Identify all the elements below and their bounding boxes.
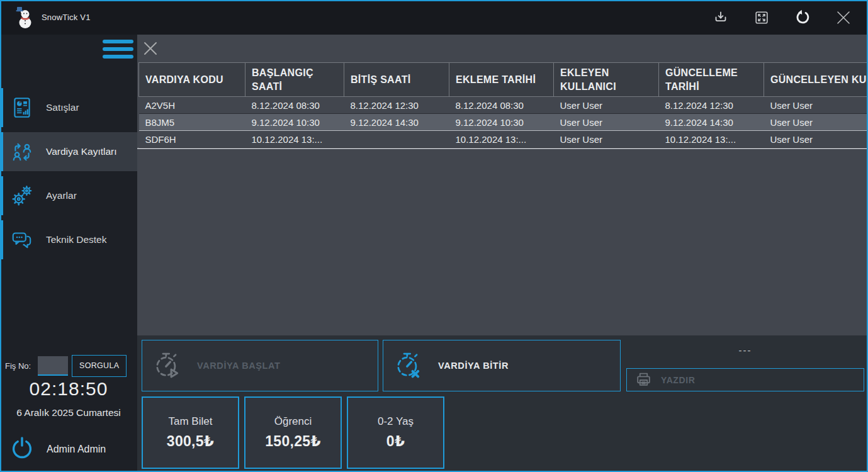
ticket-tam-bilet-button[interactable]: Tam Bilet 300,5₺ bbox=[142, 396, 239, 469]
nav-accent-bar bbox=[0, 88, 3, 127]
print-status-text: --- bbox=[626, 345, 864, 356]
app-title: SnowTick V1 bbox=[42, 13, 91, 22]
refresh-icon[interactable] bbox=[794, 9, 811, 26]
cell: 9.12.2024 14:30 bbox=[659, 114, 764, 131]
sidebar-item-satislar[interactable]: Satışlar bbox=[0, 88, 137, 127]
settings-gears-icon bbox=[10, 184, 34, 208]
cell: 8.12.2024 12:30 bbox=[659, 97, 764, 114]
hamburger-menu-icon[interactable] bbox=[103, 40, 133, 59]
col-ekleyen-kullanici[interactable]: EKLEYEN KULLANICI bbox=[554, 63, 659, 97]
sidebar-item-label: Ayarlar bbox=[46, 190, 77, 201]
ticket-0-2-yas-button[interactable]: 0-2 Yaş 0₺ bbox=[347, 396, 444, 469]
new-row-indicator bbox=[137, 148, 868, 149]
snowman-logo-icon bbox=[15, 6, 37, 30]
vardiya-bitir-button[interactable]: VARDİYA BİTİR bbox=[383, 340, 621, 391]
support-chat-icon bbox=[10, 228, 34, 252]
table-row-selected[interactable]: B8JM5 9.12.2024 10:30 9.12.2024 14:30 9.… bbox=[139, 114, 868, 131]
shift-records-icon bbox=[10, 140, 34, 164]
col-guncelleyen-kullanici[interactable]: GÜNCELLEYEN KULLANICI bbox=[764, 63, 868, 97]
yazdir-button[interactable]: YAZDIR bbox=[626, 368, 864, 391]
stopwatch-end-icon bbox=[393, 349, 424, 383]
ticket-price: 0₺ bbox=[386, 433, 405, 450]
receipt-no-label: Fiş No: bbox=[5, 361, 31, 371]
table-row[interactable]: SDF6H 10.12.2024 13:... 10.12.2024 13:..… bbox=[139, 131, 868, 148]
cell: User User bbox=[764, 131, 868, 148]
vardiya-baslat-label: VARDİYA BAŞLAT bbox=[197, 361, 280, 371]
cell: 10.12.2024 13:... bbox=[449, 131, 554, 148]
logout-user[interactable]: Admin Admin bbox=[10, 436, 106, 463]
sidebar-item-ayarlar[interactable]: Ayarlar bbox=[0, 176, 137, 215]
cell: 10.12.2024 13:... bbox=[659, 131, 764, 148]
cell: User User bbox=[764, 97, 868, 114]
ticket-price: 150,25₺ bbox=[265, 433, 320, 450]
nav-accent-bar bbox=[0, 220, 3, 259]
clock: 02:18:50 bbox=[0, 378, 137, 400]
power-icon bbox=[10, 435, 34, 463]
ticket-price: 300,5₺ bbox=[167, 433, 214, 450]
sidebar-item-label: Teknik Destek bbox=[46, 234, 106, 245]
cell: 10.12.2024 13:... bbox=[245, 131, 344, 148]
tab-close-icon[interactable] bbox=[143, 41, 158, 56]
col-baslangic-saati[interactable]: BAŞLANGIÇ SAATİ bbox=[245, 63, 344, 97]
table-header-row: VARDIYA KODU BAŞLANGIÇ SAATİ BİTİŞ SAATİ… bbox=[139, 63, 868, 97]
table-row[interactable]: A2V5H 8.12.2024 08:30 8.12.2024 12:30 8.… bbox=[139, 97, 868, 114]
yazdir-label: YAZDIR bbox=[661, 375, 695, 385]
cell: 9.12.2024 10:30 bbox=[245, 114, 344, 131]
nav-accent-bar bbox=[0, 132, 3, 171]
titlebar: SnowTick V1 bbox=[0, 0, 868, 35]
sidebar-item-label: Satışlar bbox=[46, 102, 79, 113]
cell: 8.12.2024 08:30 bbox=[449, 97, 554, 114]
sales-report-icon bbox=[10, 96, 34, 120]
cell: User User bbox=[554, 97, 659, 114]
nav-accent-bar bbox=[0, 176, 3, 215]
content-area: VARDIYA KODU BAŞLANGIÇ SAATİ BİTİŞ SAATİ… bbox=[137, 35, 868, 472]
cell: A2V5H bbox=[139, 97, 245, 114]
shift-table-wrap: VARDIYA KODU BAŞLANGIÇ SAATİ BİTİŞ SAATİ… bbox=[137, 62, 868, 335]
app-window: SnowTick V1 bbox=[0, 0, 868, 472]
vardiya-bitir-label: VARDİYA BİTİR bbox=[438, 361, 509, 371]
cell: 8.12.2024 08:30 bbox=[245, 97, 344, 114]
sidebar: Satışlar Vardiya Kayıtla bbox=[0, 35, 137, 472]
sidebar-nav: Satışlar Vardiya Kayıtla bbox=[0, 88, 137, 264]
sidebar-item-vardiya-kayitlari[interactable]: Vardiya Kayıtları bbox=[0, 132, 137, 171]
vardiya-baslat-button[interactable]: VARDİYA BAŞLAT bbox=[142, 340, 378, 391]
cell: B8JM5 bbox=[139, 114, 245, 131]
cell bbox=[344, 131, 449, 148]
col-bitis-saati[interactable]: BİTİŞ SAATİ bbox=[344, 63, 449, 97]
download-icon[interactable] bbox=[713, 9, 729, 26]
printer-icon bbox=[635, 371, 652, 390]
ticket-label: Öğrenci bbox=[274, 415, 312, 428]
cell: 8.12.2024 12:30 bbox=[344, 97, 449, 114]
cell: User User bbox=[554, 131, 659, 148]
cell: 9.12.2024 14:30 bbox=[344, 114, 449, 131]
cell: SDF6H bbox=[139, 131, 245, 148]
fullscreen-icon[interactable] bbox=[753, 9, 770, 26]
cell: User User bbox=[554, 114, 659, 131]
sidebar-item-label: Vardiya Kayıtları bbox=[46, 146, 117, 157]
cell: User User bbox=[764, 114, 868, 131]
shift-table: VARDIYA KODU BAŞLANGIÇ SAATİ BİTİŞ SAATİ… bbox=[138, 62, 868, 148]
sidebar-item-teknik-destek[interactable]: Teknik Destek bbox=[0, 220, 137, 259]
stopwatch-start-icon bbox=[152, 349, 183, 383]
col-vardiya-kodu[interactable]: VARDIYA KODU bbox=[139, 63, 245, 97]
receipt-no-input[interactable] bbox=[38, 356, 68, 376]
close-icon[interactable] bbox=[835, 9, 852, 26]
user-name: Admin Admin bbox=[47, 444, 106, 455]
col-ekleme-tarihi[interactable]: EKLEME TARİHİ bbox=[449, 63, 554, 97]
ticket-label: Tam Bilet bbox=[169, 415, 213, 428]
receipt-query: Fiş No: SORGULA bbox=[5, 354, 127, 377]
ticket-ogrenci-button[interactable]: Öğrenci 150,25₺ bbox=[244, 396, 342, 469]
cell: 9.12.2024 10:30 bbox=[449, 114, 554, 131]
bottom-panel: VARDİYA BAŞLAT VARDİYA BİTİR --- bbox=[137, 335, 868, 472]
ticket-label: 0-2 Yaş bbox=[378, 415, 414, 428]
date: 6 Aralık 2025 Cumartesi bbox=[0, 407, 137, 419]
sorgula-button[interactable]: SORGULA bbox=[72, 355, 127, 377]
window-controls bbox=[713, 9, 852, 26]
col-guncelleme-tarihi[interactable]: GÜNCELLEME TARİHİ bbox=[659, 63, 764, 97]
